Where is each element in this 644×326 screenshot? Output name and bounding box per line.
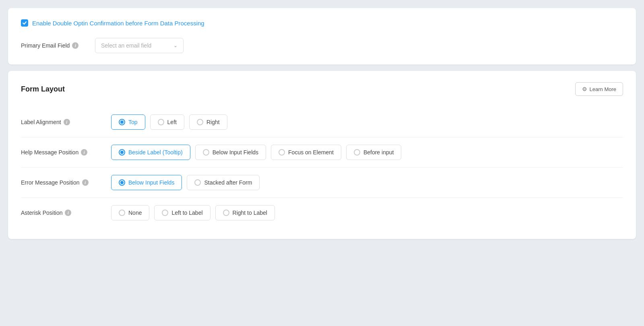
asterisk-position-row: Asterisk Position i None Left to Label R… (21, 198, 623, 228)
help-message-options: Beside Label (Tooltip) Below Input Field… (111, 145, 401, 160)
asterisk-position-left-to-label[interactable]: Left to Label (154, 205, 210, 220)
help-message-focus-element[interactable]: Focus on Element (271, 145, 341, 160)
gear-icon: ⚙ (582, 86, 587, 92)
help-message-info-icon[interactable]: i (81, 149, 87, 156)
radio-dot (162, 210, 168, 216)
radio-dot (354, 149, 360, 156)
error-message-stacked-after[interactable]: Stacked after Form (187, 175, 260, 190)
radio-dot (119, 149, 125, 156)
email-field-select[interactable]: Select an email field ⌄ (95, 38, 184, 53)
optin-checkbox[interactable] (21, 19, 28, 27)
error-message-info-icon[interactable]: i (82, 179, 89, 186)
label-alignment-top[interactable]: Top (111, 114, 145, 130)
label-alignment-row: Label Alignment i Top Left Right (21, 107, 623, 137)
label-alignment-info-icon[interactable]: i (64, 119, 70, 125)
asterisk-position-info-icon[interactable]: i (65, 210, 71, 216)
optin-checkbox-label: Enable Double Optin Confirmation before … (32, 20, 204, 27)
label-alignment-left[interactable]: Left (150, 114, 184, 130)
form-layout-title: Form Layout (21, 85, 65, 93)
help-message-position-row: Help Message Position i Beside Label (To… (21, 137, 623, 168)
error-message-position-label: Error Message Position i (21, 179, 101, 186)
error-message-position-row: Error Message Position i Below Input Fie… (21, 168, 623, 198)
radio-dot (119, 210, 125, 216)
asterisk-position-none[interactable]: None (111, 205, 149, 220)
radio-dot (194, 179, 201, 186)
optin-section: Enable Double Optin Confirmation before … (8, 8, 636, 64)
label-alignment-options: Top Left Right (111, 114, 227, 130)
help-message-beside-label[interactable]: Beside Label (Tooltip) (111, 145, 190, 160)
learn-more-button[interactable]: ⚙ Learn More (575, 82, 623, 96)
help-message-before-input[interactable]: Before input (346, 145, 402, 160)
chevron-down-icon: ⌄ (173, 43, 178, 48)
asterisk-position-label: Asterisk Position i (21, 210, 101, 216)
radio-dot (279, 149, 285, 156)
label-alignment-label: Label Alignment i (21, 119, 101, 125)
email-field-info-icon[interactable]: i (72, 42, 78, 49)
asterisk-position-right-to-label[interactable]: Right to Label (215, 205, 275, 220)
help-message-position-label: Help Message Position i (21, 149, 101, 156)
form-layout-section: Form Layout ⚙ Learn More Label Alignment… (8, 71, 636, 239)
error-message-options: Below Input Fields Stacked after Form (111, 175, 260, 190)
radio-dot (158, 119, 164, 125)
form-layout-header: Form Layout ⚙ Learn More (21, 82, 623, 96)
radio-dot (203, 149, 209, 156)
radio-dot (119, 119, 125, 125)
help-message-below-input[interactable]: Below Input Fields (195, 145, 266, 160)
radio-dot (119, 179, 125, 186)
radio-dot (197, 119, 203, 125)
label-alignment-right[interactable]: Right (189, 114, 227, 130)
error-message-below-input[interactable]: Below Input Fields (111, 175, 182, 190)
primary-email-field-row: Primary Email Field i Select an email fi… (21, 38, 623, 53)
radio-dot (223, 210, 229, 216)
email-field-label: Primary Email Field i (21, 42, 85, 49)
optin-checkbox-row[interactable]: Enable Double Optin Confirmation before … (21, 19, 623, 27)
asterisk-position-options: None Left to Label Right to Label (111, 205, 275, 220)
